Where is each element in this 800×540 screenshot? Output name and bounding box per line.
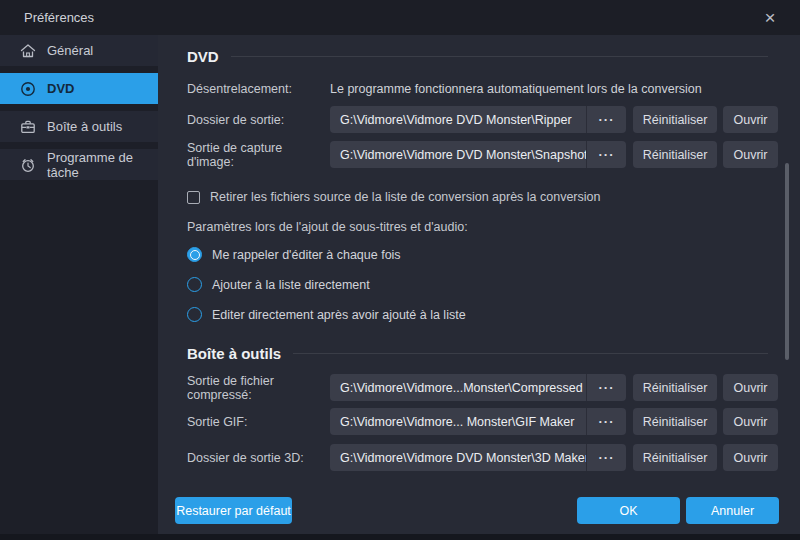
output-folder-row: Dossier de sortie: G:\Vidmore\Vidmore DV… — [187, 106, 778, 133]
clock-icon — [20, 157, 36, 173]
titlebar: Préférences × — [0, 0, 800, 35]
radio-label: Me rappeler d'éditer à chaque fois — [212, 248, 401, 262]
sidebar-item-general[interactable]: Général — [0, 35, 158, 66]
path-value: G:\Vidmore\Vidmore...Monster\Compressed — [330, 381, 586, 395]
reset-button[interactable]: Réinitialiser — [633, 106, 717, 133]
section-divider — [293, 353, 768, 354]
path-field[interactable]: G:\Vidmore\Vidmore DVD Monster\3D Maker … — [330, 444, 626, 471]
sidebar-item-label: Programme de tâche — [47, 150, 158, 180]
snapshot-output-row: Sortie de capture d'image: G:\Vidmore\Vi… — [187, 141, 778, 168]
row-label: Sortie de capture d'image: — [187, 141, 330, 169]
disc-icon — [20, 81, 36, 97]
cancel-button[interactable]: Annuler — [686, 497, 779, 524]
deinterlace-row: Désentrelacement: Le programme fonctionn… — [187, 75, 702, 102]
sidebar-item-label: DVD — [47, 81, 74, 96]
ok-button[interactable]: OK — [577, 497, 680, 524]
browse-button[interactable]: ··· — [586, 141, 626, 168]
close-icon[interactable]: × — [756, 5, 784, 31]
radio-remind-each-time[interactable]: Me rappeler d'éditer à chaque fois — [187, 247, 401, 262]
section-header-toolbox: Boîte à outils — [187, 345, 768, 362]
sidebar-item-dvd[interactable]: DVD — [0, 73, 158, 104]
checkbox-unchecked[interactable] — [187, 191, 200, 204]
deinterlace-value: Le programme fonctionnera automatiquemen… — [330, 82, 702, 96]
open-button[interactable]: Ouvrir — [723, 444, 778, 471]
section-title: DVD — [187, 48, 219, 65]
open-button[interactable]: Ouvrir — [723, 408, 778, 435]
open-button[interactable]: Ouvrir — [723, 106, 778, 133]
reset-button[interactable]: Réinitialiser — [633, 141, 717, 168]
radio-icon[interactable] — [187, 307, 202, 322]
row-label: Dossier de sortie: — [187, 113, 330, 127]
threed-output-row: Dossier de sortie 3D: G:\Vidmore\Vidmore… — [187, 444, 778, 471]
sidebar-item-label: Général — [47, 43, 93, 58]
remove-source-checkbox-row[interactable]: Retirer les fichiers source de la liste … — [187, 190, 600, 204]
restore-defaults-button[interactable]: Restaurer par défaut — [175, 497, 292, 524]
row-label: Désentrelacement: — [187, 82, 330, 96]
sidebar-item-label: Boîte à outils — [47, 119, 122, 134]
row-label: Sortie GIF: — [187, 415, 330, 429]
radio-edit-after-add[interactable]: Editer directement après avoir ajouté à … — [187, 307, 466, 322]
gif-output-row: Sortie GIF: G:\Vidmore\Vidmore... Monste… — [187, 408, 778, 435]
radio-label: Ajouter à la liste directement — [212, 278, 370, 292]
radio-icon[interactable] — [187, 277, 202, 292]
radio-label: Editer directement après avoir ajouté à … — [212, 308, 466, 322]
browse-button[interactable]: ··· — [586, 444, 626, 471]
sidebar-item-toolbox[interactable]: Boîte à outils — [0, 111, 158, 142]
reset-button[interactable]: Réinitialiser — [633, 374, 717, 401]
section-divider — [231, 56, 768, 57]
browse-button[interactable]: ··· — [586, 374, 626, 401]
path-field[interactable]: G:\Vidmore\Vidmore DVD Monster\Snapshot … — [330, 141, 626, 168]
path-value: G:\Vidmore\Vidmore DVD Monster\Ripper — [330, 113, 586, 127]
checkbox-label: Retirer les fichiers source de la liste … — [210, 190, 600, 204]
path-value: G:\Vidmore\Vidmore DVD Monster\3D Maker — [330, 451, 586, 465]
path-value: G:\Vidmore\Vidmore DVD Monster\Snapshot — [330, 148, 586, 162]
window-title: Préférences — [24, 10, 94, 25]
compressed-output-row: Sortie de fichier compressé: G:\Vidmore\… — [187, 374, 778, 401]
section-header-dvd: DVD — [187, 48, 768, 65]
reset-button[interactable]: Réinitialiser — [633, 408, 717, 435]
row-label: Sortie de fichier compressé: — [187, 374, 330, 402]
open-button[interactable]: Ouvrir — [723, 374, 778, 401]
sidebar: Général DVD Boîte à outils Programme de … — [0, 35, 158, 534]
path-field[interactable]: G:\Vidmore\Vidmore... Monster\GIF Maker … — [330, 408, 626, 435]
radio-selected-icon[interactable] — [187, 247, 202, 262]
preferences-window: Préférences × Général DVD Boîte à outils — [0, 0, 800, 540]
window-bottom-edge — [0, 534, 800, 540]
path-field[interactable]: G:\Vidmore\Vidmore...Monster\Compressed … — [330, 374, 626, 401]
browse-button[interactable]: ··· — [586, 408, 626, 435]
section-title: Boîte à outils — [187, 345, 281, 362]
settings-panel: DVD Désentrelacement: Le programme fonct… — [158, 35, 800, 534]
scrollbar[interactable] — [785, 163, 789, 360]
browse-button[interactable]: ··· — [586, 106, 626, 133]
path-value: G:\Vidmore\Vidmore... Monster\GIF Maker — [330, 415, 586, 429]
subtitle-audio-group-label: Paramètres lors de l'ajout de sous-titre… — [187, 220, 468, 234]
toolbox-icon — [20, 119, 36, 135]
open-button[interactable]: Ouvrir — [723, 141, 778, 168]
path-field[interactable]: G:\Vidmore\Vidmore DVD Monster\Ripper ··… — [330, 106, 626, 133]
radio-add-directly[interactable]: Ajouter à la liste directement — [187, 277, 370, 292]
row-label: Dossier de sortie 3D: — [187, 451, 330, 465]
sidebar-item-schedule[interactable]: Programme de tâche — [0, 149, 158, 180]
reset-button[interactable]: Réinitialiser — [633, 444, 717, 471]
home-icon — [20, 43, 36, 59]
